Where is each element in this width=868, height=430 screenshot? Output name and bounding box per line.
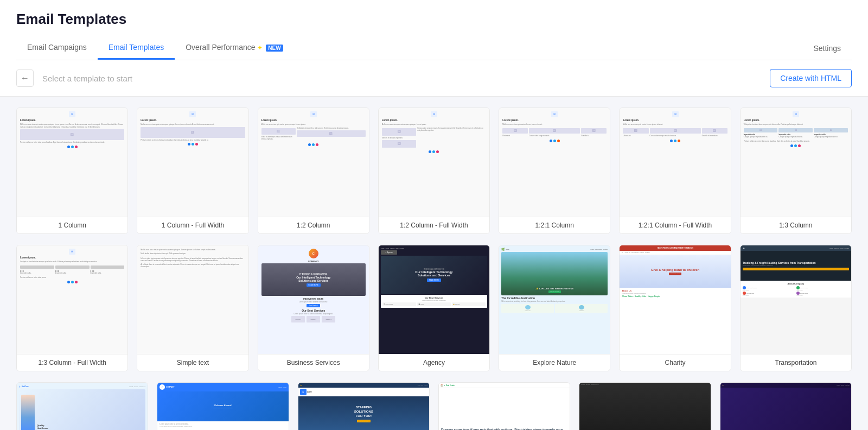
template-13-column-fw-preview: ✉ Lorem ipsum. Volutpat ac tincidunt vit… [17,245,127,354]
template-row-2: ✉ Lorem ipsum. Volutpat ac tincidunt vit… [16,245,852,371]
template-12-column-preview: ✉ Lorem ipsum. Mollis non arcu risus qui… [258,108,369,217]
template-business-services-preview: C COMPANY IT DESIGN & CONSULTING Our Int… [258,245,369,354]
template-welcome[interactable]: C COMPANY About About Welcome Aboard! We… [157,382,289,430]
template-simple-text-preview: Mollis non arcu risus quis varius quam q… [137,245,248,354]
template-13-column-full-width[interactable]: ✉ Lorem ipsum. Volutpat ac tincidunt vit… [16,245,128,371]
template-121-column-fw-label: 1:2:1 Column - Full Width [620,217,730,233]
template-business-services-label: Business Services [258,354,369,371]
template-real-estate[interactable]: 🏠 ✦ Real Estate Dreams come true if you … [438,382,570,430]
template-121-column[interactable]: ✉ Lorem ipsum. Mollis non arcu risus qui… [499,108,610,234]
template-medical-preview: ⚕ MedCare HOMEBLOGCONTACT Quality Health… [17,383,148,430]
template-staffing[interactable]: ★ Find JobAbout S LOGO STAFFINGSOLUTIONS… [298,382,430,430]
template-charity-label: Charity [620,354,730,371]
template-13-column-preview: ✉ Lorem ipsum. Volutpat ac tincidunt vit… [741,108,851,217]
template-1-column-preview: ✉ Lorem ipsum. Mollis non arcu risus qui… [17,108,127,217]
template-agency-preview: HomeAboutServiceBlogContact ✦ Agency IT … [379,245,489,354]
template-medical[interactable]: ⚕ MedCare HOMEBLOGCONTACT Quality Health… [16,382,148,430]
template-transportation[interactable]: ✦ Home Service About Contact Trucking & … [740,245,852,371]
template-simple-text-label: Simple text [137,354,248,371]
page-header: Email Templates Email Campaigns Email Te… [0,0,868,60]
template-agency[interactable]: HomeAboutServiceBlogContact ✦ Agency IT … [378,245,490,371]
template-121-column-preview: ✉ Lorem ipsum. Mollis non arcu risus qui… [499,108,610,217]
template-charity[interactable]: HELPS PEOPLE LIVE AND THEIR FORMATION 🕊 … [619,245,731,371]
template-12-column-label: 1:2 Column [258,217,369,233]
template-121-column-full-width[interactable]: ✉ Lorem ipsum. Mollis non arcu risus qui… [619,108,731,234]
template-12-column-fw-label: 1:2 Column - Full Width [379,217,489,233]
template-business-services[interactable]: C COMPANY IT DESIGN & CONSULTING Our Int… [258,245,369,371]
template-beauty[interactable]: ✦ AboutBlogContact THE BEAUTYIS INSIDE P… [720,382,852,430]
template-explore-nature-label: Explore Nature [499,354,610,371]
tab-email-templates[interactable]: Email Templates [98,36,175,60]
nav-settings[interactable]: Settings [802,37,852,60]
template-charity-preview: HELPS PEOPLE LIVE AND THEIR FORMATION 🕊 … [620,245,730,354]
template-12-column-full-width[interactable]: ✉ Lorem ipsum. Mollis non arcu risus qui… [378,108,490,234]
template-1-column-full-width[interactable]: ✉ Lorem ipsum. Mollis non arcu risus qui… [137,108,248,234]
template-placeholder: Select a template to start [42,74,761,83]
new-badge: NEW [266,45,283,52]
template-transportation-label: Transportation [741,354,851,371]
template-explore-nature[interactable]: 🌿Jravel HomeDestinationContact ✨ EXPLORE… [499,245,610,371]
toolbar: ← Select a template to start Create with… [0,60,868,97]
template-staffing-preview: ★ Find JobAbout S LOGO STAFFINGSOLUTIONS… [298,383,429,430]
template-interior-furniture-preview: HOMEBLOGCONTACTS Interior& Furniture Lux… [579,383,710,430]
page-title: Email Templates [16,11,852,28]
template-13-column-fw-label: 1:3 Column - Full Width [17,354,127,371]
template-transportation-preview: ✦ Home Service About Contact Trucking & … [741,245,851,354]
back-button[interactable]: ← [16,69,34,87]
nav-tabs: Email Campaigns Email Templates Overall … [16,36,852,60]
template-121-column-label: 1:2:1 Column [499,217,610,233]
template-row-1: ✉ Lorem ipsum. Mollis non arcu risus qui… [16,108,852,234]
template-1-column[interactable]: ✉ Lorem ipsum. Mollis non arcu risus qui… [16,108,128,234]
template-1-column-full-preview: ✉ Lorem ipsum. Mollis non arcu risus qui… [137,108,248,217]
star-icon: ✦ [257,44,263,52]
template-row-3: ⚕ MedCare HOMEBLOGCONTACT Quality Health… [16,382,852,430]
template-13-column[interactable]: ✉ Lorem ipsum. Volutpat ac tincidunt vit… [740,108,852,234]
template-12-column[interactable]: ✉ Lorem ipsum. Mollis non arcu risus qui… [258,108,369,234]
tab-overall-performance[interactable]: Overall Performance ✦ NEW [175,36,294,60]
template-agency-label: Agency [379,354,489,371]
template-simple-text[interactable]: Mollis non arcu risus quis varius quam q… [137,245,248,371]
templates-content: ✉ Lorem ipsum. Mollis non arcu risus qui… [0,97,868,430]
template-1-column-fw-label: 1 Column - Full Width [137,217,248,233]
template-explore-nature-preview: 🌿Jravel HomeDestinationContact ✨ EXPLORE… [499,245,610,354]
template-13-column-label: 1:3 Column [741,217,851,233]
template-interior-furniture[interactable]: HOMEBLOGCONTACTS Interior& Furniture Lux… [579,382,711,430]
tab-email-campaigns[interactable]: Email Campaigns [16,36,98,60]
template-121-column-fw-preview: ✉ Lorem ipsum. Mollis non arcu risus qui… [620,108,730,217]
template-real-estate-preview: 🏠 ✦ Real Estate Dreams come true if you … [439,383,570,430]
template-12-column-fw-preview: ✉ Lorem ipsum. Mollis non arcu risus qui… [379,108,489,217]
create-html-button[interactable]: Create with HTML [770,69,852,87]
template-1-column-label: 1 Column [17,217,127,233]
template-beauty-preview: ✦ AboutBlogContact THE BEAUTYIS INSIDE P… [720,383,851,430]
template-welcome-preview: C COMPANY About About Welcome Aboard! We… [157,383,288,430]
